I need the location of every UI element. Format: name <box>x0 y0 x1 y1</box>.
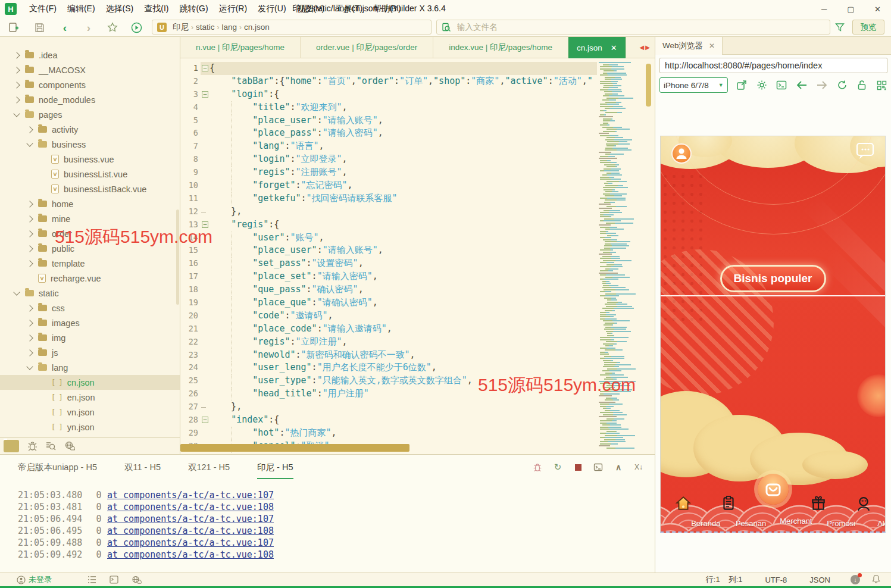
tree-item-businessList.vue[interactable]: VbusinessList.vue <box>0 167 180 182</box>
tree-item-css[interactable]: css <box>0 301 180 315</box>
search-view-icon[interactable] <box>46 441 56 451</box>
menu-item[interactable]: 选择(S) <box>101 2 139 16</box>
globe-status-icon[interactable] <box>132 576 142 584</box>
console-tab[interactable]: 印尼 - H5 <box>257 462 293 479</box>
code-line-15[interactable]: 15 "place_user":"请输入账号", <box>180 244 597 257</box>
chevron-right-icon[interactable] <box>13 52 20 58</box>
chevron-right-icon[interactable] <box>13 67 20 73</box>
chevron-down-icon[interactable] <box>13 110 20 117</box>
save-icon[interactable] <box>33 21 46 34</box>
tab-close-icon[interactable]: ✕ <box>611 43 617 52</box>
maximize-icon[interactable]: ▢ <box>837 0 864 18</box>
tree-item-js[interactable]: js <box>0 345 180 360</box>
editor-tab[interactable]: cn.json✕ <box>568 37 626 58</box>
minimize-icon[interactable]: ─ <box>811 0 837 18</box>
terminal-status-icon[interactable] <box>110 576 118 584</box>
code-line-9[interactable]: 9 "regis":"注册账号", <box>180 166 597 179</box>
code-line-17[interactable]: 17 "place_set":"请输入密码", <box>180 270 597 283</box>
tree-item-images[interactable]: images <box>0 315 180 330</box>
code-line-20[interactable]: 20 "code":"邀请码", <box>180 309 597 323</box>
code-line-27[interactable]: 27 }, <box>180 401 597 414</box>
editor-tab[interactable]: index.vue | 印尼/pages/home <box>433 37 568 58</box>
chevron-right-icon[interactable] <box>26 349 33 356</box>
tree-item-business[interactable]: business <box>0 137 180 152</box>
tree-item-__MACOSX[interactable]: __MACOSX <box>0 62 180 77</box>
code-line-19[interactable]: 19 "place_que":"请确认密码", <box>180 296 597 309</box>
preview-button[interactable]: 预览 <box>852 20 884 35</box>
encoding[interactable]: UTF-8 <box>765 576 787 584</box>
code-line-6[interactable]: 6 "place_pass":"请输入密码", <box>180 127 597 140</box>
code-line-10[interactable]: 10 "forget":"忘记密码", <box>180 179 597 192</box>
notification-bell-icon[interactable] <box>872 574 880 585</box>
file-search-box[interactable] <box>436 20 830 35</box>
settings-gear-icon[interactable] <box>756 79 767 91</box>
new-file-icon[interactable] <box>7 21 20 34</box>
code-line-13[interactable]: 13− "regis":{ <box>180 218 597 232</box>
log-source-link[interactable]: at components/a-tc/a-tc.vue:108 <box>107 501 274 513</box>
chevron-right-icon[interactable] <box>26 305 33 311</box>
tree-item-pages[interactable]: pages <box>0 107 180 122</box>
code-line-16[interactable]: 16 "set_pass":"设置密码", <box>180 257 597 270</box>
code-line-5[interactable]: 5 "place_user":"请输入账号", <box>180 114 597 127</box>
code-line-3[interactable]: 3− "login":{ <box>180 88 597 101</box>
restart-icon[interactable]: ↻ <box>552 462 563 473</box>
message-bubble-icon[interactable] <box>856 142 875 162</box>
close-icon[interactable]: ✕ <box>864 0 891 18</box>
editor-vertical-scrollbar[interactable] <box>646 64 651 107</box>
code-line-7[interactable]: 7 "lang":"语言", <box>180 140 597 153</box>
tree-item-en.json[interactable]: [ ]en.json <box>0 390 180 405</box>
code-line-8[interactable]: 8 "login":"立即登录", <box>180 153 597 166</box>
filter-icon[interactable] <box>833 21 846 34</box>
code-line-11[interactable]: 11 "getkefu":"找回密码请联系客服" <box>180 192 597 205</box>
menu-item[interactable]: 跳转(G) <box>174 2 213 16</box>
log-source-link[interactable]: at components/a-tc/a-tc.vue:108 <box>107 549 274 561</box>
chevron-right-icon[interactable] <box>13 82 20 88</box>
log-source-link[interactable]: at components/a-tc/a-tc.vue:107 <box>107 513 274 525</box>
tree-item-node_modules[interactable]: node_modules <box>0 92 180 107</box>
console-terminal-icon[interactable] <box>776 79 787 91</box>
code-line-14[interactable]: 14 "user":"账号", <box>180 232 597 245</box>
stop-icon[interactable] <box>573 462 583 473</box>
chevron-right-icon[interactable] <box>26 260 33 267</box>
tree-item-vn.json[interactable]: [ ]vn.json <box>0 405 180 420</box>
tree-item-cn.json[interactable]: [ ]cn.json <box>0 375 180 390</box>
menu-item[interactable]: 编辑(E) <box>62 2 101 16</box>
tree-item-business.vue[interactable]: Vbusiness.vue <box>0 152 180 167</box>
open-external-icon[interactable] <box>736 79 748 91</box>
chevron-right-icon[interactable] <box>26 245 33 252</box>
tree-item-yn.json[interactable]: [ ]yn.json <box>0 420 180 434</box>
tree-item-mine[interactable]: mine <box>0 211 180 226</box>
breadcrumb-item[interactable]: static <box>193 23 217 32</box>
run-icon[interactable] <box>130 21 143 34</box>
file-search-input[interactable] <box>456 22 801 32</box>
chevron-right-icon[interactable] <box>13 96 20 103</box>
fold-toggle-icon[interactable]: − <box>202 417 208 423</box>
chevron-right-icon[interactable] <box>26 126 33 133</box>
menu-item[interactable]: 运行(R) <box>214 2 252 16</box>
chevron-right-icon[interactable] <box>26 320 33 326</box>
forward-icon[interactable]: › <box>82 21 95 34</box>
browser-back-icon[interactable] <box>796 79 808 91</box>
editor-tab[interactable]: order.vue | 印尼/pages/order <box>301 37 433 58</box>
qrcode-icon[interactable] <box>876 79 887 91</box>
code-line-28[interactable]: 28− "index":{ <box>180 414 597 427</box>
console-tab[interactable]: 双11 - H5 <box>124 462 161 479</box>
update-icon[interactable]: ↓ <box>851 575 860 584</box>
console-tab[interactable]: 双121 - H5 <box>188 462 230 479</box>
refresh-icon[interactable] <box>836 79 848 91</box>
code-line-29[interactable]: 29 "hot":"热门商家", <box>180 427 597 440</box>
tree-item-home[interactable]: home <box>0 196 180 211</box>
avatar[interactable] <box>671 143 692 164</box>
editor-tab[interactable]: n.vue | 印尼/pages/home <box>180 37 301 58</box>
breadcrumb-item[interactable]: 印尼 <box>170 22 191 33</box>
code-line-23[interactable]: 23 "newold":"新密码和确认密码不一致", <box>180 349 597 362</box>
breadcrumb-item[interactable]: cn.json <box>242 23 272 32</box>
nav-item-merchant[interactable]: Merchant <box>751 487 796 531</box>
tree-item-lang[interactable]: lang <box>0 360 180 375</box>
url-input[interactable] <box>660 58 887 73</box>
tree-item-activity[interactable]: activity <box>0 122 180 137</box>
outline-list-icon[interactable] <box>87 576 96 584</box>
browser-tab[interactable]: Web浏览器 ✕ <box>655 37 723 55</box>
debug-view-icon[interactable] <box>27 441 37 451</box>
tree-item-static[interactable]: static <box>0 286 180 301</box>
